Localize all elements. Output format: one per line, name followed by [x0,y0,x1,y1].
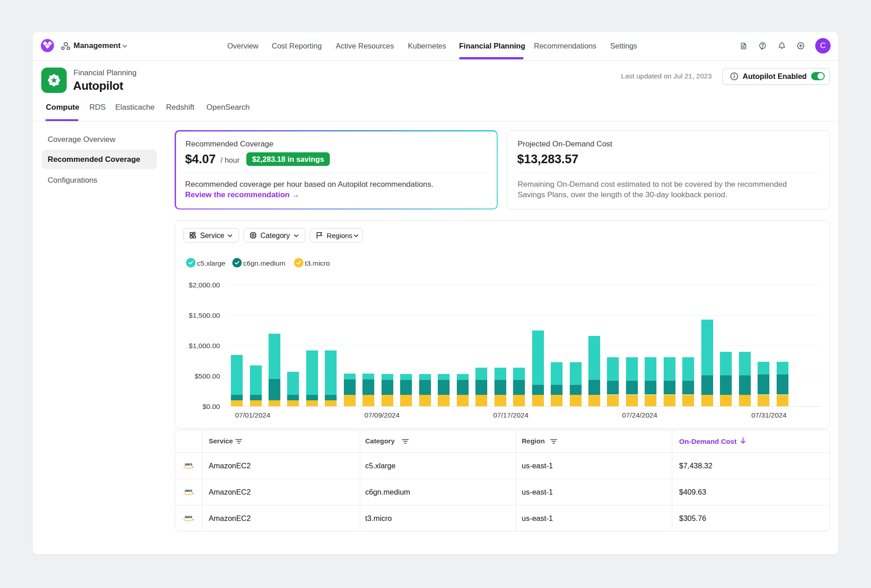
svg-text:aws: aws [185,462,192,467]
svg-text:aws: aws [185,489,192,493]
svg-text:aws: aws [185,515,192,520]
